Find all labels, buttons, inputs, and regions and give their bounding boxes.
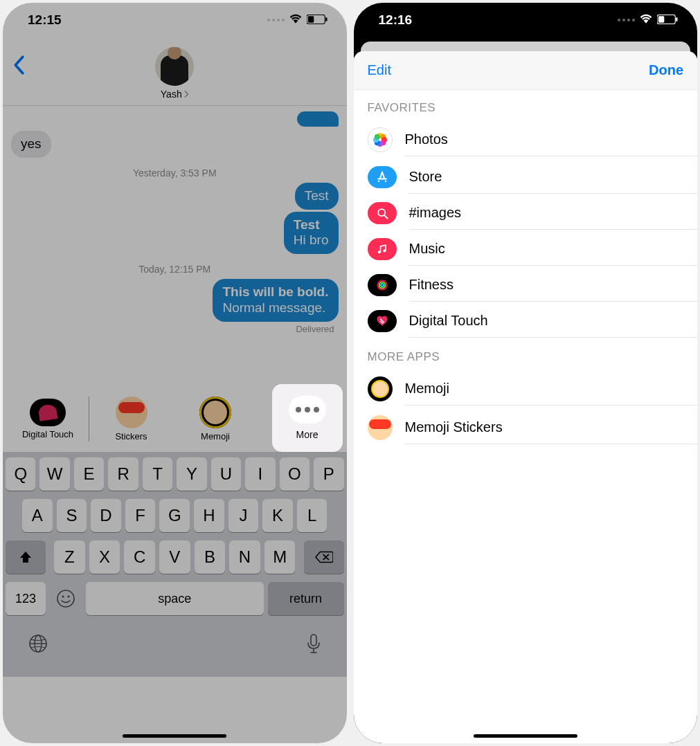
key-j[interactable]: J — [228, 499, 259, 532]
keyboard[interactable]: QWERTYUIOP ASDFGHJKL ZXCVBNM 123 space r… — [3, 452, 347, 677]
contact-avatar[interactable] — [155, 47, 194, 86]
key-h[interactable]: H — [194, 499, 224, 532]
shift-key[interactable] — [6, 540, 46, 574]
stickers-icon — [116, 397, 147, 428]
screenshot-right: 12:16 Edit Done FAVORITES Photos — [354, 3, 698, 743]
key-e[interactable]: E — [74, 457, 104, 491]
photos-icon — [368, 127, 393, 152]
more-icon — [289, 396, 326, 424]
incoming-bubble: yes — [11, 131, 51, 158]
outgoing-bubble-partial — [297, 111, 339, 127]
key-p[interactable]: P — [314, 457, 343, 491]
key-d[interactable]: D — [91, 499, 121, 532]
row-label: Digital Touch — [409, 304, 698, 338]
home-indicator[interactable] — [123, 734, 226, 738]
app-manager-sheet: Edit Done FAVORITES Photos Store — [354, 51, 698, 743]
svg-point-20 — [374, 134, 379, 140]
key-g[interactable]: G — [159, 499, 190, 532]
app-digital-touch[interactable]: Digital Touch — [6, 399, 90, 439]
outgoing-bubble: This will be bold. Normal message. — [213, 279, 338, 322]
favorite-fitness[interactable]: Fitness — [354, 267, 698, 303]
digital-touch-icon — [30, 399, 66, 426]
contact-name-row[interactable]: Yash — [161, 89, 189, 100]
music-icon — [368, 238, 397, 260]
favorite-store[interactable]: Store — [354, 159, 698, 195]
globe-icon[interactable] — [28, 633, 48, 659]
row-label: Memoji Stickers — [405, 411, 698, 444]
numbers-key[interactable]: 123 — [6, 582, 46, 615]
key-w[interactable]: W — [39, 457, 69, 491]
svg-point-29 — [381, 284, 384, 286]
favorite-digital-touch[interactable]: Digital Touch — [354, 303, 698, 339]
favorite-music[interactable]: Music — [354, 231, 698, 267]
digital-touch-icon — [368, 310, 397, 332]
key-o[interactable]: O — [280, 457, 309, 491]
outgoing-bubble: Test Hi bro — [284, 212, 339, 255]
status-icons — [618, 12, 678, 28]
key-t[interactable]: T — [143, 457, 172, 491]
emoji-key[interactable] — [50, 582, 82, 615]
home-indicator[interactable] — [474, 734, 577, 738]
svg-rect-2 — [325, 17, 327, 21]
status-bar: 12:16 — [354, 3, 698, 37]
row-label: Store — [409, 161, 698, 194]
app-stickers[interactable]: Stickers — [89, 397, 173, 442]
svg-rect-11 — [658, 16, 664, 22]
contact-name: Yash — [161, 89, 182, 100]
return-key[interactable]: return — [268, 582, 344, 615]
key-v[interactable]: V — [159, 540, 190, 574]
backspace-key[interactable] — [304, 540, 344, 574]
conversation-header: Yash — [3, 37, 347, 106]
key-c[interactable]: C — [124, 540, 155, 574]
memoji-icon — [199, 397, 231, 428]
edit-button[interactable]: Edit — [368, 62, 391, 78]
status-bar: 12:15 — [3, 3, 347, 37]
sheet-header: Edit Done — [354, 51, 698, 90]
outgoing-bubble: Test — [295, 183, 339, 210]
battery-icon — [307, 12, 327, 28]
key-m[interactable]: M — [264, 540, 296, 574]
svg-point-25 — [377, 251, 380, 253]
favorite-photos[interactable]: Photos — [354, 120, 698, 159]
status-icons — [267, 12, 327, 28]
key-u[interactable]: U — [211, 457, 241, 491]
fitness-icon — [368, 274, 397, 296]
key-z[interactable]: Z — [54, 540, 85, 574]
back-button[interactable] — [12, 55, 25, 78]
app-memoji[interactable]: Memoji — [173, 397, 258, 442]
dictation-icon[interactable] — [305, 633, 322, 659]
key-f[interactable]: F — [125, 499, 156, 532]
svg-point-28 — [379, 282, 385, 289]
key-y[interactable]: Y — [177, 457, 206, 491]
memoji-icon — [368, 376, 393, 401]
space-key[interactable]: space — [86, 582, 264, 615]
key-n[interactable]: N — [229, 540, 260, 574]
key-a[interactable]: A — [22, 499, 53, 532]
row-label: Music — [409, 233, 698, 266]
key-r[interactable]: R — [108, 457, 138, 491]
chevron-right-icon — [183, 91, 189, 98]
status-time: 12:15 — [28, 12, 62, 28]
timestamp: Yesterday, 3:53 PM — [11, 167, 339, 179]
key-q[interactable]: Q — [6, 457, 35, 491]
memoji-stickers-icon — [368, 415, 393, 440]
message-thread[interactable]: yes Yesterday, 3:53 PM Test Test Hi bro … — [3, 106, 347, 383]
done-button[interactable]: Done — [649, 62, 683, 78]
svg-point-21 — [377, 181, 379, 182]
key-x[interactable]: X — [89, 540, 120, 574]
svg-rect-12 — [676, 17, 677, 21]
key-i[interactable]: I — [245, 457, 275, 491]
moreapp-memoji-stickers[interactable]: Memoji Stickers — [354, 408, 698, 447]
favorite-images[interactable]: #images — [354, 195, 698, 231]
key-l[interactable]: L — [297, 499, 327, 532]
imessage-app-drawer[interactable]: Digital Touch Stickers Memoji More — [3, 383, 347, 452]
row-label: #images — [409, 197, 698, 230]
key-b[interactable]: B — [195, 540, 226, 574]
key-s[interactable]: S — [57, 499, 87, 532]
cellular-dots-icon — [618, 19, 635, 21]
moreapp-memoji[interactable]: Memoji — [354, 370, 698, 408]
key-k[interactable]: K — [262, 499, 293, 532]
cellular-dots-icon — [267, 19, 285, 21]
screenshot-left: 12:15 Yash yes Yesterday, 3:53 PM Test T… — [3, 3, 347, 743]
more-apps-button[interactable]: More — [272, 384, 343, 452]
